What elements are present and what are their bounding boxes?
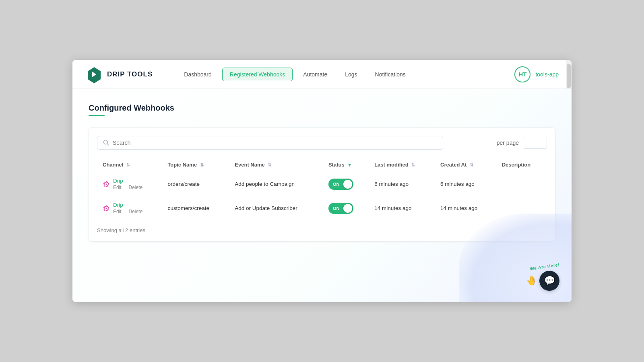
toggle-1[interactable]: ON — [328, 203, 353, 214]
channel-name-1: Drip — [113, 202, 142, 208]
table-row: ⚙ Drip Edit | Delete customers/create Ad… — [97, 196, 547, 220]
toggle-knob-1 — [343, 204, 352, 213]
col-description: Description — [496, 158, 547, 172]
scrollbar-thumb[interactable] — [567, 64, 571, 88]
sort-channel-icon: ⇅ — [126, 162, 130, 168]
user-label: tools-app — [535, 71, 559, 78]
delete-link-1[interactable]: Delete — [129, 209, 143, 214]
chat-btn-icon: 💬 — [544, 276, 555, 286]
cell-lastmod-1: 14 minutes ago — [369, 196, 435, 220]
drip-channel-icon-1: ⚙ — [103, 204, 110, 213]
chat-button[interactable]: 💬 — [539, 271, 559, 291]
nav-notifications[interactable]: Notifications — [368, 68, 413, 81]
nav-bar: DRIP TOOLS Dashboard Registered Webhooks… — [72, 60, 572, 89]
chat-row: 🤚 💬 — [526, 271, 559, 291]
per-page-input[interactable]: 10 — [523, 137, 547, 149]
col-topic-name[interactable]: Topic Name ⇅ — [162, 158, 229, 172]
cell-channel-1: ⚙ Drip Edit | Delete — [97, 196, 162, 220]
toggle-0[interactable]: ON — [328, 179, 353, 190]
sort-status-icon: ▼ — [347, 162, 352, 167]
main-content: Configured Webhooks per page 10 — [72, 89, 572, 302]
cell-event-0: Add people to Campaign — [229, 172, 323, 196]
entries-count: Showing all 2 entries — [97, 227, 145, 233]
nav-logs[interactable]: Logs — [338, 68, 364, 81]
chat-badge: We Are Here! — [529, 262, 559, 271]
table-container: per page 10 Channel ⇅ Topic Name ⇅ — [89, 128, 555, 242]
col-last-modified[interactable]: Last modified ⇅ — [369, 158, 435, 172]
sort-topic-icon: ⇅ — [200, 162, 204, 168]
toggle-label-1: ON — [333, 206, 343, 211]
nav-automate[interactable]: Automate — [296, 68, 334, 81]
toggle-label-0: ON — [333, 182, 343, 187]
channel-name-0: Drip — [113, 178, 142, 184]
title-underline — [89, 115, 105, 116]
cell-created-1: 14 minutes ago — [435, 196, 496, 220]
cell-topic-0: orders/create — [162, 172, 229, 196]
drip-channel-icon-0: ⚙ — [103, 179, 110, 189]
user-area: HT tools-app — [514, 66, 559, 82]
edit-link-1[interactable]: Edit — [113, 209, 122, 214]
search-box — [97, 136, 443, 150]
logo-area: DRIP TOOLS — [85, 66, 153, 83]
col-event-name[interactable]: Event Name ⇅ — [229, 158, 323, 172]
nav-links: Dashboard Registered Webhooks Automate L… — [177, 68, 514, 81]
cell-lastmod-0: 6 minutes ago — [369, 172, 435, 196]
cell-topic-1: customers/create — [162, 196, 229, 220]
col-channel[interactable]: Channel ⇅ — [97, 158, 162, 172]
nav-dashboard[interactable]: Dashboard — [177, 68, 219, 81]
toggle-knob-0 — [343, 180, 352, 189]
table-controls: per page 10 — [97, 136, 547, 150]
avatar[interactable]: HT — [514, 66, 530, 82]
sort-event-icon: ⇅ — [268, 162, 271, 168]
logo-text: DRIP TOOLS — [107, 70, 153, 78]
table-footer: Showing all 2 entries — [97, 220, 547, 233]
cell-desc-0 — [496, 172, 547, 196]
logo-icon — [85, 66, 103, 83]
edit-link-0[interactable]: Edit — [113, 185, 122, 190]
sort-created-icon: ⇅ — [470, 162, 473, 168]
chat-emoji: 🤚 — [526, 276, 537, 286]
cell-desc-1 — [496, 196, 547, 220]
page-title: Configured Webhooks — [89, 103, 555, 113]
sort-lastmod-icon: ⇅ — [411, 162, 415, 168]
cell-status-0: ON — [323, 172, 369, 196]
cell-created-0: 6 minutes ago — [435, 172, 496, 196]
page-title-area: Configured Webhooks — [89, 103, 555, 116]
search-icon — [103, 140, 109, 146]
cell-channel-0: ⚙ Drip Edit | Delete — [97, 172, 162, 196]
col-status[interactable]: Status ▼ — [323, 158, 369, 172]
per-page-label: per page — [497, 140, 519, 146]
cell-status-1: ON — [323, 196, 369, 220]
chat-widget: We Are Here! 🤚 💬 — [526, 264, 559, 291]
nav-registered-webhooks[interactable]: Registered Webhooks — [222, 68, 293, 81]
table-row: ⚙ Drip Edit | Delete orders/create Add p… — [97, 172, 547, 196]
per-page-area: per page 10 — [497, 137, 547, 149]
webhooks-table: Channel ⇅ Topic Name ⇅ Event Name ⇅ St — [97, 158, 547, 220]
delete-link-0[interactable]: Delete — [129, 185, 143, 190]
search-input[interactable] — [113, 140, 437, 146]
col-created-at[interactable]: Created At ⇅ — [435, 158, 496, 172]
svg-line-2 — [107, 144, 109, 146]
cell-event-1: Add or Update Subscriber — [229, 196, 323, 220]
